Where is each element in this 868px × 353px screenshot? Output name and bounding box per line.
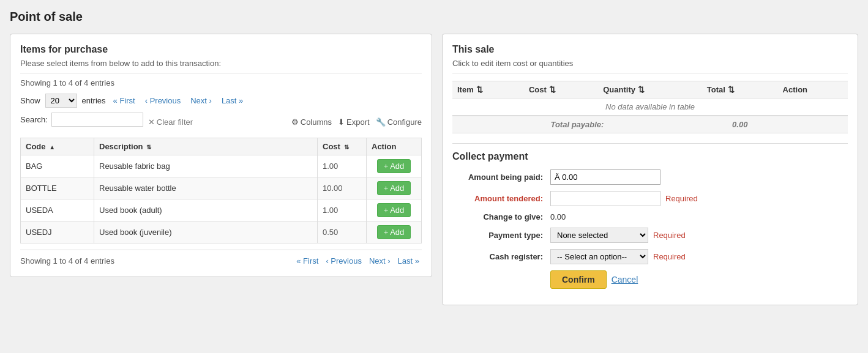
cell-code: USEDJ: [21, 221, 94, 243]
payment-type-required: Required: [653, 231, 686, 240]
sale-col-item[interactable]: Item ⇅: [452, 81, 524, 98]
cell-cost: 1.00: [318, 199, 367, 221]
show-select[interactable]: 201050100: [45, 94, 77, 108]
amount-being-paid-row: Amount being paid:: [452, 169, 848, 185]
cancel-button[interactable]: Cancel: [612, 275, 638, 284]
bottom-pagination: Showing 1 to 4 of 4 entries « First ‹ Pr…: [20, 250, 422, 267]
total-row: Total payable: 0.00: [452, 116, 848, 133]
cell-action: + Add: [367, 155, 422, 177]
cell-description: Reusable fabric bag: [94, 155, 318, 177]
payment-type-label: Payment type:: [452, 231, 550, 240]
cell-cost: 10.00: [318, 177, 367, 199]
configure-icon: 🔧: [376, 117, 386, 127]
cell-action: + Add: [367, 177, 422, 199]
clear-filter-label: Clear filter: [157, 117, 193, 127]
add-button[interactable]: + Add: [377, 203, 411, 217]
col-header-description[interactable]: Description ⇅: [94, 138, 318, 155]
sale-divider: [452, 73, 848, 73]
cash-register-required: Required: [653, 252, 686, 261]
table-row: BAG Reusable fabric bag 1.00 + Add: [21, 155, 422, 177]
previous-btn-bottom[interactable]: ‹ Previous: [323, 255, 364, 267]
sort-arrow-desc: ⇅: [146, 144, 151, 150]
export-icon: ⬇: [338, 117, 345, 127]
total-action-empty: [778, 116, 848, 133]
last-btn-bottom[interactable]: Last »: [395, 255, 422, 267]
payment-type-row: Payment type: None selected Required: [452, 228, 848, 243]
amount-tendered-label: Amount tendered:: [452, 194, 550, 203]
sale-col-quantity[interactable]: Quantity ⇅: [598, 81, 702, 98]
last-btn-top[interactable]: Last »: [219, 95, 245, 106]
next-btn-bottom[interactable]: Next ›: [367, 255, 393, 267]
cell-code: USEDA: [21, 199, 94, 221]
col-header-code[interactable]: Code ▲: [21, 138, 94, 155]
entries-label: entries: [82, 96, 106, 105]
showing-top: Showing 1 to 4 of 4 entries: [20, 73, 422, 87]
cash-register-label: Cash register:: [452, 252, 550, 261]
columns-btn[interactable]: ⚙ Columns: [291, 117, 332, 127]
sort-arrow-cost: ⇅: [344, 144, 349, 150]
add-button[interactable]: + Add: [377, 225, 411, 239]
collect-payment-section: Collect payment Amount being paid: Amoun…: [452, 143, 848, 289]
cash-register-row: Cash register: -- Select an option-- Req…: [452, 249, 848, 264]
clear-filter-btn[interactable]: ✕ Clear filter: [148, 117, 193, 127]
search-input[interactable]: [51, 113, 143, 127]
total-value: 0.00: [702, 116, 778, 133]
right-toolbar: ⚙ Columns ⬇ Export 🔧 Configure: [291, 117, 422, 127]
page-title: Point of sale: [10, 10, 858, 24]
search-label: Search:: [20, 115, 48, 124]
showing-bottom: Showing 1 to 4 of 4 entries: [20, 256, 291, 266]
search-row: Search:: [20, 113, 143, 127]
amount-being-paid-label: Amount being paid:: [452, 173, 550, 182]
sale-table: Item ⇅ Cost ⇅ Quantity ⇅ Total ⇅ Action: [452, 81, 848, 133]
this-sale-title: This sale: [452, 44, 848, 55]
sort-cost-icon: ⇅: [549, 85, 556, 94]
this-sale-subtitle: Click to edit item cost or quantities: [452, 59, 848, 68]
amount-being-paid-input[interactable]: [550, 169, 660, 185]
sale-empty-row: No data available in table: [452, 98, 848, 116]
cash-register-select[interactable]: -- Select an option--: [550, 249, 648, 264]
action-row: Confirm Cancel: [452, 270, 848, 289]
confirm-button[interactable]: Confirm: [550, 270, 607, 289]
add-button[interactable]: + Add: [377, 181, 411, 195]
first-btn-top[interactable]: « First: [111, 95, 138, 106]
first-btn-bottom[interactable]: « First: [294, 255, 321, 267]
cell-action: + Add: [367, 221, 422, 243]
sale-col-action: Action: [778, 81, 848, 98]
table-row: USEDA Used book (adult) 1.00 + Add: [21, 199, 422, 221]
change-to-give-row: Change to give: 0.00: [452, 212, 848, 221]
sort-arrow-code: ▲: [49, 144, 55, 150]
items-for-purchase-panel: Items for purchase Please select items f…: [10, 34, 432, 277]
cell-code: BOTTLE: [21, 177, 94, 199]
next-btn-top[interactable]: Next ›: [188, 95, 214, 106]
cell-code: BAG: [21, 155, 94, 177]
export-btn[interactable]: ⬇ Export: [338, 117, 370, 127]
cell-description: Used book (juvenile): [94, 221, 318, 243]
sale-col-cost[interactable]: Cost ⇅: [524, 81, 598, 98]
amount-tendered-row: Amount tendered: Required: [452, 191, 848, 206]
sort-total-icon: ⇅: [728, 85, 735, 94]
cell-cost: 0.50: [318, 221, 367, 243]
right-panel: This sale Click to edit item cost or qua…: [442, 34, 858, 305]
col-header-cost[interactable]: Cost ⇅: [318, 138, 367, 155]
payment-type-select[interactable]: None selected: [550, 228, 648, 243]
change-to-give-value: 0.00: [550, 212, 566, 221]
configure-btn[interactable]: 🔧 Configure: [376, 117, 422, 127]
x-icon: ✕: [148, 117, 155, 127]
left-panel-subtitle: Please select items from below to add to…: [20, 59, 422, 68]
add-button[interactable]: + Add: [377, 159, 411, 173]
sale-col-total[interactable]: Total ⇅: [702, 81, 778, 98]
table-row: BOTTLE Reusable water bottle 10.00 + Add: [21, 177, 422, 199]
col-header-action: Action: [367, 138, 422, 155]
change-to-give-label: Change to give:: [452, 212, 550, 221]
cell-description: Used book (adult): [94, 199, 318, 221]
sort-item-icon: ⇅: [476, 85, 483, 94]
previous-btn-top[interactable]: ‹ Previous: [143, 95, 184, 106]
total-label: Total payable:: [452, 116, 702, 133]
columns-icon: ⚙: [291, 117, 299, 127]
table-row: USEDJ Used book (juvenile) 0.50 + Add: [21, 221, 422, 243]
amount-tendered-input[interactable]: [550, 191, 660, 206]
items-table: Code ▲ Description ⇅ Cost ⇅ Action BAG R…: [20, 138, 422, 243]
amount-tendered-required: Required: [665, 194, 698, 203]
cell-description: Reusable water bottle: [94, 177, 318, 199]
left-panel-title: Items for purchase: [20, 44, 422, 55]
